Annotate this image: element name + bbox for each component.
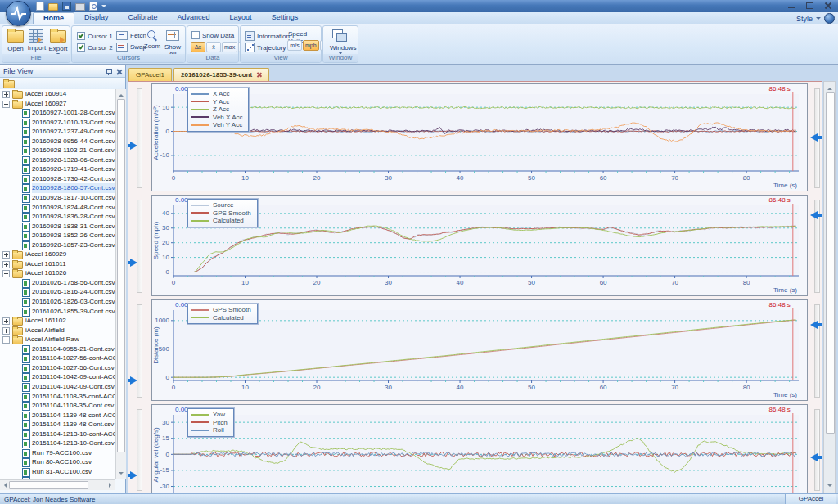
pin-icon[interactable]	[106, 68, 112, 75]
tab-display[interactable]: Display	[74, 12, 119, 24]
tree-file-item[interactable]: 20151104-0955-21-Cont.csv	[0, 344, 115, 354]
expand-icon[interactable]	[2, 327, 10, 335]
tree-folder-item[interactable]: iAccel 161011	[0, 259, 115, 269]
tree-folder-item[interactable]: iAccel 160914	[0, 89, 115, 99]
chart-panel-3[interactable]: 0102030405060708005001000Distance (m)Tim…	[151, 299, 808, 401]
close-button[interactable]	[822, 2, 834, 10]
tree-file-item[interactable]: 20161026-1758-56-Cont.csv	[0, 278, 115, 288]
export-button[interactable]: Export	[47, 28, 69, 54]
scroll-up-icon[interactable]	[827, 85, 832, 90]
collapse-icon[interactable]	[2, 101, 10, 108]
cursor-marker-icon[interactable]	[806, 211, 818, 219]
cursor-marker-icon[interactable]	[130, 142, 142, 150]
scroll-left-icon[interactable]	[2, 483, 7, 488]
cursor-marker-icon[interactable]	[130, 376, 142, 385]
chart-panel-1[interactable]: 01020304050607080-10010Acceleration (m/s…	[151, 83, 808, 191]
trajectory-button[interactable]: Trajectory	[245, 43, 286, 52]
tree-file-item[interactable]: 20160928-1852-26-Cont.csv	[0, 231, 115, 241]
tree-file-item[interactable]: 20160928-1806-57-Cont.csv	[0, 183, 115, 193]
cursor-marker-icon[interactable]	[130, 259, 142, 267]
tree-file-item[interactable]: 20151104-1027-56-cont-ACC100	[0, 353, 115, 363]
tree-folder-item[interactable]: iAccel 160929	[0, 250, 115, 259]
scroll-down-icon[interactable]	[119, 472, 124, 477]
doc-tab-20161026[interactable]: 20161026-1855-39-cont	[173, 68, 269, 81]
tree-file-item[interactable]: 20161026-1826-03-Cont.csv	[0, 297, 115, 307]
app-menu-orb[interactable]	[6, 1, 31, 26]
minimize-button[interactable]	[786, 2, 798, 10]
close-tab-icon[interactable]	[256, 72, 262, 78]
cursor-marker-icon[interactable]	[130, 471, 142, 479]
tab-layout[interactable]: Layout	[220, 12, 262, 24]
ms-button[interactable]: m/s	[287, 40, 302, 51]
tree-vertical-scrollbar[interactable]	[115, 89, 126, 479]
tree-file-item[interactable]: 20151104-1027-56-Cont.csv	[0, 363, 115, 373]
tree-file-item[interactable]: 20160928-1736-42-Cont.csv	[0, 174, 115, 184]
tree-file-item[interactable]: 20151104-1139-48-Cont.csv	[0, 420, 115, 430]
tree-file-item[interactable]: 20160927-1010-13-Cont.csv	[0, 118, 115, 128]
close-icon[interactable]	[116, 69, 123, 75]
open-button[interactable]: Open	[5, 28, 26, 54]
save-icon[interactable]	[62, 2, 71, 11]
cursor-slider-left[interactable]	[137, 200, 142, 293]
tree-file-item[interactable]: 20151104-1108-35-Cont.csv	[0, 401, 115, 411]
tree-file-item[interactable]: Run 81-ACC100.csv	[0, 467, 115, 477]
tab-calibrate[interactable]: Calibrate	[119, 12, 168, 24]
doc-tab-gpaccel1[interactable]: GPAccel1	[128, 68, 172, 81]
tree-file-item[interactable]: 20160928-1836-28-Cont.csv	[0, 212, 115, 222]
tree-file-item[interactable]: Run 80-ACC100.csv	[0, 457, 115, 467]
scroll-up-icon[interactable]	[119, 92, 124, 97]
expand-icon[interactable]	[2, 317, 10, 325]
import-button[interactable]: Import	[26, 28, 47, 54]
tree-file-item[interactable]: 20160928-1328-06-Cont.csv	[0, 155, 115, 165]
tree-file-item[interactable]: 20160927-1001-28-Cont.csv	[0, 108, 115, 118]
collapse-icon[interactable]	[2, 336, 10, 344]
cursor1-checkbox[interactable]: Cursor 1	[77, 32, 113, 40]
cursor-slider-left[interactable]	[137, 88, 142, 188]
tree-file-item[interactable]: 20160927-1237-49-Cont.csv	[0, 127, 115, 137]
main-vertical-scrollbar[interactable]	[823, 81, 836, 493]
cursor-slider-right[interactable]	[814, 409, 820, 491]
chart-panel-2[interactable]: 01020304050607080010203040Speed (mph)Tim…	[151, 195, 808, 296]
tree-folder-item[interactable]: iAccel 161026	[0, 268, 115, 278]
expand-icon[interactable]	[2, 251, 10, 259]
chart-panel-4[interactable]: 01020304050607080-30-1501530Angular vel …	[151, 404, 808, 493]
collapse-icon[interactable]	[2, 270, 10, 277]
tree-file-item[interactable]: 20160928-1824-48-Cont.csv	[0, 203, 115, 213]
tree-file-item[interactable]: 20160928-1857-23-Cont.csv	[0, 241, 115, 250]
print-preview-icon[interactable]	[89, 2, 97, 11]
tree-file-item[interactable]: 20160928-1838-31-Cont.csv	[0, 222, 115, 232]
expand-icon[interactable]	[2, 261, 10, 268]
new-file-icon[interactable]	[36, 2, 44, 11]
tree-folder-item[interactable]: iAccel Airfield	[0, 326, 115, 335]
tree-file-item[interactable]: 20161026-1816-24-Cont.csv	[0, 287, 115, 297]
cursor-slider-right[interactable]	[814, 304, 820, 398]
chart-plot[interactable]: 01020304050607080-10010Acceleration (m/s…	[152, 84, 807, 191]
cursor-marker-icon[interactable]	[806, 321, 818, 329]
show-data-checkbox[interactable]: Show Data	[191, 31, 234, 39]
tree-file-item[interactable]: 20151104-1213-10-cont-ACC100	[0, 430, 115, 439]
about-logo-icon[interactable]	[824, 13, 835, 24]
open-file-icon[interactable]	[48, 3, 58, 11]
tree-horizontal-scrollbar[interactable]	[0, 479, 115, 490]
tab-advanced[interactable]: Advanced	[168, 12, 220, 24]
mph-button[interactable]: mph	[303, 40, 319, 51]
cursor-marker-icon[interactable]	[806, 453, 818, 461]
delta-x-button[interactable]: Δx	[191, 42, 205, 52]
information-button[interactable]: Information	[245, 31, 290, 41]
chevron-down-icon[interactable]	[816, 17, 821, 22]
tree-folder-item[interactable]: iAccel Airfield Raw	[0, 335, 115, 344]
tree-file-item[interactable]: 20160928-1719-41-Cont.csv	[0, 164, 115, 174]
qat-customize-icon[interactable]	[101, 5, 106, 10]
windows-button[interactable]: Windows	[330, 28, 351, 54]
chart-plot[interactable]: 01020304050607080-30-1501530Angular vel …	[152, 405, 807, 493]
tree-file-item[interactable]: 20160928-0956-44-Cont.csv	[0, 137, 115, 146]
tree-file-item[interactable]: 20160928-1103-21-Cont.csv	[0, 146, 115, 155]
maximize-button[interactable]	[804, 2, 816, 10]
scroll-down-icon[interactable]	[827, 484, 832, 489]
scroll-right-icon[interactable]	[109, 483, 114, 488]
tree-file-item[interactable]: 20151104-1108-35-cont-ACC100	[0, 392, 115, 402]
tree-file-item[interactable]: 20151104-1042-09-cont-ACC100	[0, 372, 115, 382]
mean-button[interactable]: x̄	[206, 42, 221, 52]
tree-file-item[interactable]: Run 79-ACC100.csv	[0, 448, 115, 458]
tab-settings[interactable]: Settings	[262, 12, 309, 24]
